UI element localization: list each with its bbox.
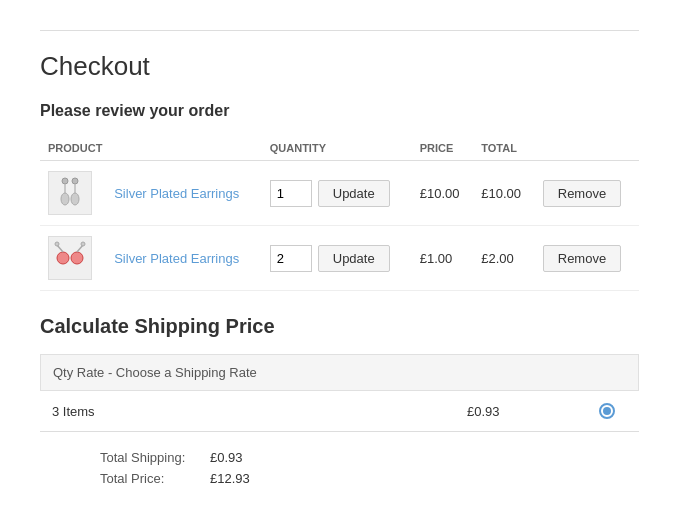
remove-cell: Remove <box>535 161 639 226</box>
product-link[interactable]: Silver Plated Earrings <box>114 186 239 201</box>
product-thumbnail <box>48 236 92 280</box>
shipping-header: Qty Rate - Choose a Shipping Rate <box>40 354 639 391</box>
totals-section: Total Shipping: £0.93 Total Price: £12.9… <box>40 450 639 486</box>
svg-point-11 <box>81 242 85 246</box>
col-total: TOTAL <box>473 136 535 161</box>
price-cell: £1.00 <box>412 226 474 291</box>
svg-point-5 <box>71 193 79 205</box>
shipping-item-row: 3 Items £0.93 <box>40 391 639 432</box>
total-shipping-row: Total Shipping: £0.93 <box>100 450 639 465</box>
product-thumb-cell <box>40 226 106 291</box>
svg-point-2 <box>61 193 69 205</box>
total-cell: £10.00 <box>473 161 535 226</box>
quantity-cell: Update <box>262 161 412 226</box>
product-thumb-cell <box>40 161 106 226</box>
shipping-section: Qty Rate - Choose a Shipping Rate 3 Item… <box>40 354 639 432</box>
col-price: PRICE <box>412 136 474 161</box>
remove-cell: Remove <box>535 226 639 291</box>
page-title: Checkout <box>40 51 639 82</box>
total-price-label: Total Price: <box>100 471 210 486</box>
remove-button[interactable]: Remove <box>543 245 621 272</box>
shipping-item-price: £0.93 <box>467 404 587 419</box>
col-product: PRODUCT <box>40 136 262 161</box>
total-shipping-value: £0.93 <box>210 450 243 465</box>
col-quantity: QUANTITY <box>262 136 412 161</box>
quantity-input[interactable] <box>270 180 312 207</box>
shipping-heading: Calculate Shipping Price <box>40 315 639 338</box>
product-thumbnail <box>48 171 92 215</box>
remove-button[interactable]: Remove <box>543 180 621 207</box>
shipping-radio[interactable] <box>587 403 627 419</box>
svg-point-7 <box>71 252 83 264</box>
product-name-cell: Silver Plated Earrings <box>106 226 262 291</box>
svg-point-10 <box>55 242 59 246</box>
svg-point-3 <box>72 178 78 184</box>
order-table: PRODUCT QUANTITY PRICE TOTAL Silver Plat… <box>40 136 639 291</box>
total-cell: £2.00 <box>473 226 535 291</box>
total-price-value: £12.93 <box>210 471 250 486</box>
update-button[interactable]: Update <box>318 245 390 272</box>
total-price-row: Total Price: £12.93 <box>100 471 639 486</box>
shipping-item-label: 3 Items <box>52 404 467 419</box>
price-cell: £10.00 <box>412 161 474 226</box>
quantity-cell: Update <box>262 226 412 291</box>
product-name-cell: Silver Plated Earrings <box>106 161 262 226</box>
svg-point-0 <box>62 178 68 184</box>
total-shipping-label: Total Shipping: <box>100 450 210 465</box>
product-link[interactable]: Silver Plated Earrings <box>114 251 239 266</box>
table-row: Silver Plated EarringsUpdate£1.00£2.00Re… <box>40 226 639 291</box>
col-action <box>535 136 639 161</box>
order-review-heading: Please review your order <box>40 102 639 120</box>
table-row: Silver Plated EarringsUpdate£10.00£10.00… <box>40 161 639 226</box>
radio-dot-icon[interactable] <box>599 403 615 419</box>
update-button[interactable]: Update <box>318 180 390 207</box>
svg-point-6 <box>57 252 69 264</box>
quantity-input[interactable] <box>270 245 312 272</box>
